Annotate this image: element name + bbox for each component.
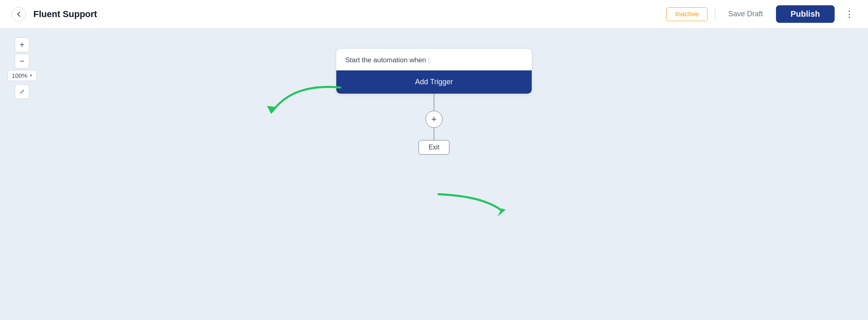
plus-node-wrapper: +: [425, 111, 443, 128]
app-title: Fluent Support: [33, 9, 666, 20]
workflow-container: Start the automation when : Add Trigger …: [336, 49, 532, 155]
zoom-indicator[interactable]: 100% ▾: [7, 70, 37, 81]
app-header: Fluent Support Inactive Save Draft Publi…: [0, 0, 868, 28]
arrow-left-decoration: [263, 83, 344, 124]
zoom-chevron-icon: ▾: [30, 73, 32, 78]
publish-button[interactable]: Publish: [776, 5, 835, 23]
add-trigger-button[interactable]: Add Trigger: [336, 70, 532, 94]
back-button[interactable]: [11, 7, 26, 22]
save-draft-button[interactable]: Save Draft: [723, 7, 769, 21]
zoom-level-text: 100%: [12, 72, 27, 79]
vertical-divider: [715, 7, 715, 22]
trigger-card-wrapper: Start the automation when : Add Trigger: [336, 49, 532, 94]
inactive-badge[interactable]: Inactive: [666, 7, 708, 21]
exit-node[interactable]: Exit: [419, 140, 450, 155]
trigger-card-header: Start the automation when :: [336, 49, 532, 70]
svg-marker-0: [267, 106, 277, 114]
header-actions: Inactive Save Draft Publish ⋮: [666, 5, 857, 23]
zoom-controls: + − 100% ▾ ⤢: [7, 37, 37, 99]
connector-line-top: [434, 94, 434, 111]
zoom-in-button[interactable]: +: [15, 37, 29, 52]
connector-line-bottom: [434, 128, 434, 140]
zoom-out-button[interactable]: −: [15, 54, 29, 68]
more-options-button[interactable]: ⋮: [842, 7, 857, 22]
trigger-card: Start the automation when : Add Trigger: [336, 49, 532, 94]
arrow-right-decoration: [434, 190, 516, 223]
canvas-area: + − 100% ▾ ⤢ Start the automation when :…: [0, 28, 868, 320]
fit-screen-button[interactable]: ⤢: [15, 84, 29, 99]
add-step-button[interactable]: +: [425, 111, 443, 128]
